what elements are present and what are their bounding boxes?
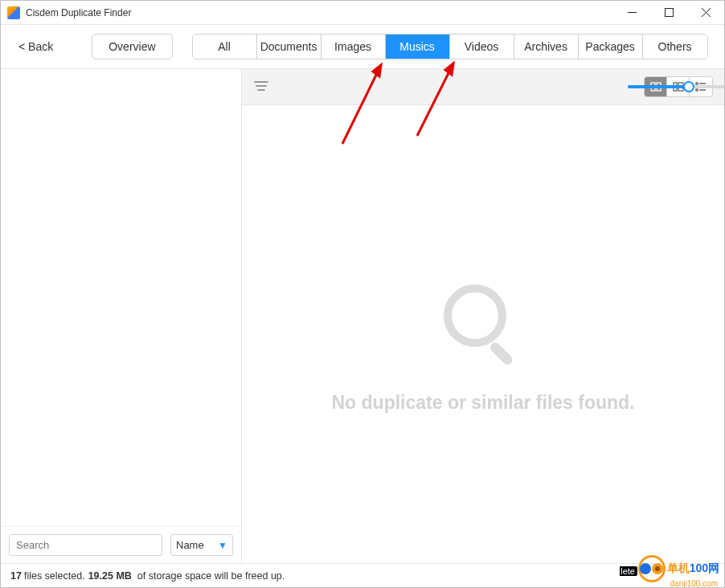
search-input[interactable] (9, 534, 162, 556)
close-button[interactable] (687, 1, 724, 25)
watermark-text-1: 单机 (667, 561, 690, 576)
toolbar: < Back Overview AllDocumentsImagesMusics… (1, 25, 724, 69)
watermark-text-2: 100网 (690, 561, 719, 576)
tab-documents[interactable]: Documents (257, 35, 322, 59)
chevron-down-icon: ▼ (218, 540, 227, 551)
view-toolbar (242, 69, 724, 105)
files-text: files selected. (24, 570, 85, 582)
sidebar-footer: Name ▼ (1, 526, 241, 563)
titlebar: Cisdem Duplicate Finder (1, 1, 724, 25)
sidebar-content (1, 69, 241, 526)
tab-videos[interactable]: Videos (450, 35, 514, 59)
watermark: 单机100网 (638, 555, 719, 582)
zoom-slider[interactable] (628, 85, 725, 88)
status-bar: 17 files selected. 19.25 MB of storage s… (1, 563, 724, 587)
right-panel: No duplicate or similar files found. (242, 69, 724, 563)
watermark-logo (638, 555, 666, 582)
tab-packages[interactable]: Packages (579, 35, 643, 59)
minimize-button[interactable] (613, 1, 650, 25)
overview-button[interactable]: Overview (92, 34, 172, 59)
empty-message: No duplicate or similar files found. (332, 392, 635, 414)
size-value: 19.25 MB (88, 570, 132, 582)
watermark-url: danji100.com (670, 579, 718, 588)
watermark-fragment: lete (620, 566, 637, 576)
app-icon (7, 6, 20, 19)
sidebar: Name ▼ (1, 69, 242, 563)
tab-images[interactable]: Images (322, 35, 386, 59)
maximize-button[interactable] (650, 1, 687, 25)
svg-rect-20 (489, 341, 515, 367)
magnifier-icon (439, 280, 527, 368)
svg-point-19 (448, 288, 502, 343)
empty-state: No duplicate or similar files found. (242, 105, 724, 563)
category-tabs: AllDocumentsImagesMusicsVideosArchivesPa… (192, 34, 708, 59)
files-count: 17 (10, 570, 22, 582)
window-controls (613, 1, 724, 25)
tab-all[interactable]: All (193, 35, 257, 59)
svg-rect-1 (665, 9, 673, 17)
filter-icon[interactable] (253, 79, 271, 95)
svg-rect-17 (696, 89, 698, 91)
main-body: Name ▼ No duplicate or similar fil (1, 69, 724, 563)
sort-select[interactable]: Name ▼ (170, 534, 233, 556)
back-button[interactable]: < Back (12, 37, 59, 56)
svg-rect-13 (696, 83, 698, 84)
tab-musics[interactable]: Musics (386, 35, 450, 59)
size-text: of storage space will be freed up. (137, 570, 285, 582)
sort-label: Name (176, 539, 204, 551)
tab-archives[interactable]: Archives (514, 35, 579, 59)
window-title: Cisdem Duplicate Finder (26, 7, 131, 18)
tab-others[interactable]: Others (643, 35, 707, 59)
